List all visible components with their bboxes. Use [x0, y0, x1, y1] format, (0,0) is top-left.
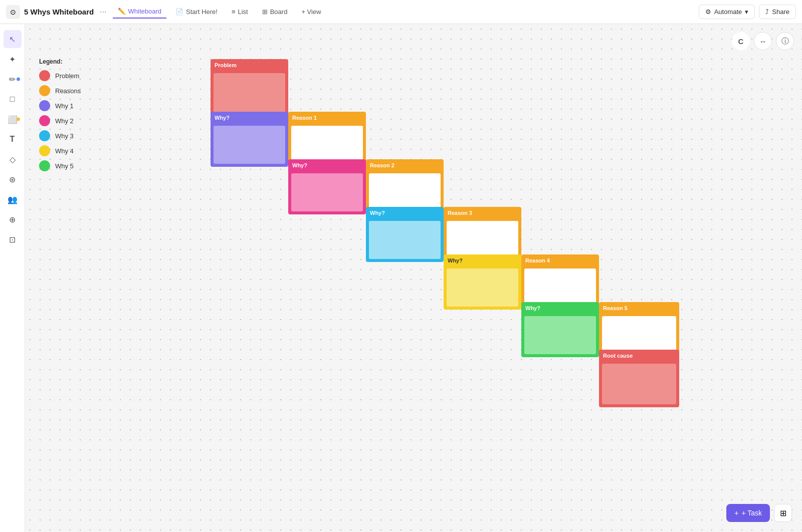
user-avatar: C [732, 32, 750, 50]
node-problem[interactable]: Problem [211, 59, 288, 119]
app-title: 5 Whys Whiteboard [24, 8, 94, 16]
legend-item-why1: Why 1 [39, 100, 81, 111]
legend-dot-problem [39, 70, 50, 81]
tool-ai[interactable]: ✦ [4, 50, 22, 68]
node-why3-label: Why? [366, 207, 444, 218]
node-why5-inner [524, 316, 596, 354]
tool-people[interactable]: 👥 [4, 190, 22, 208]
node-rootcause[interactable]: Root cause [599, 350, 679, 407]
legend: Legend: Problem Reasons Why 1 Why 2 Why … [33, 54, 87, 179]
legend-item-why3: Why 3 [39, 130, 81, 141]
node-reason1-inner [291, 126, 363, 164]
node-problem-label: Problem [211, 59, 288, 70]
topright-controls: C ↔ ⓘ [732, 32, 794, 50]
node-reason4-label: Reason 4 [521, 254, 599, 265]
share-button[interactable]: ⤴ Share [759, 5, 796, 19]
task-plus-icon: + [734, 509, 738, 517]
start-here-icon: 📄 [175, 8, 183, 16]
tool-eraser[interactable]: ◇ [4, 150, 22, 168]
grid-button[interactable]: ⊞ [774, 504, 792, 522]
tool-sticky[interactable]: ⬜ [4, 110, 22, 128]
node-reason4-inner [524, 269, 596, 307]
legend-item-why5: Why 5 [39, 160, 81, 171]
node-reason1[interactable]: Reason 1 [288, 112, 366, 167]
tool-select[interactable]: ↖ [4, 30, 22, 48]
topbar: ⊙ 5 Whys Whiteboard ··· ✏️ Whiteboard 📄 … [0, 0, 802, 24]
tool-text[interactable]: T [4, 130, 22, 148]
tool-image[interactable]: ⊡ [4, 230, 22, 248]
legend-item-problem: Problem [39, 70, 81, 81]
tab-list[interactable]: ≡ List [227, 6, 253, 18]
node-rootcause-label: Root cause [599, 350, 679, 361]
legend-dot-reasons [39, 85, 50, 96]
legend-dot-why2 [39, 115, 50, 126]
node-reason2[interactable]: Reason 2 [366, 159, 444, 214]
legend-dot-why1 [39, 100, 50, 111]
node-reason2-label: Reason 2 [366, 159, 444, 170]
node-reason5-inner [602, 316, 676, 354]
automate-button[interactable]: ⚙ Automate ▾ [699, 5, 755, 19]
legend-dot-why5 [39, 160, 50, 171]
node-why2-inner [291, 173, 363, 211]
tool-shapes[interactable]: □ [4, 90, 22, 108]
canvas[interactable]: C ↔ ⓘ Legend: Problem Reasons Why 1 Why … [25, 24, 802, 532]
info-button[interactable]: ⓘ [776, 32, 794, 50]
tab-board[interactable]: ⊞ Board [257, 6, 293, 18]
node-reason5-label: Reason 5 [599, 302, 679, 313]
legend-item-why4: Why 4 [39, 145, 81, 156]
share-icon: ⤴ [765, 8, 769, 16]
node-why1-label: Why? [211, 112, 288, 123]
bottomright-controls: + + Task ⊞ [726, 504, 792, 522]
tab-start-here[interactable]: 📄 Start Here! [170, 6, 223, 18]
node-why4-inner [447, 269, 518, 307]
node-why5-label: Why? [521, 302, 599, 313]
legend-item-why2: Why 2 [39, 115, 81, 126]
node-why5[interactable]: Why? [521, 302, 599, 357]
legend-dot-why4 [39, 145, 50, 156]
node-why3[interactable]: Why? [366, 207, 444, 262]
tool-globe[interactable]: ⊕ [4, 210, 22, 228]
legend-title: Legend: [39, 58, 81, 65]
main-area: ↖ ✦ ✏ □ ⬜ T ◇ ⊛ 👥 ⊕ ⊡ C ↔ ⓘ Legend: [0, 24, 802, 532]
tool-connect[interactable]: ⊛ [4, 170, 22, 188]
node-reason4[interactable]: Reason 4 [521, 254, 599, 310]
task-button[interactable]: + + Task [726, 504, 770, 522]
node-why2-label: Why? [288, 159, 366, 170]
node-reason1-label: Reason 1 [288, 112, 366, 123]
node-rootcause-inner [602, 364, 676, 404]
sticky-dot [17, 118, 20, 121]
legend-item-reasons: Reasons [39, 85, 81, 96]
list-icon: ≡ [232, 8, 236, 16]
node-reason2-inner [369, 173, 441, 211]
node-why4[interactable]: Why? [444, 254, 521, 310]
node-reason3-label: Reason 3 [444, 207, 521, 218]
node-why4-label: Why? [444, 254, 521, 265]
node-problem-inner [214, 73, 285, 116]
app-logo: ⊙ [6, 5, 20, 19]
chevron-down-icon: ▾ [745, 8, 748, 16]
tool-pen[interactable]: ✏ [4, 70, 22, 88]
whiteboard-icon: ✏️ [118, 8, 126, 15]
tab-whiteboard[interactable]: ✏️ Whiteboard [113, 5, 166, 19]
automate-icon: ⚙ [705, 8, 711, 16]
legend-dot-why3 [39, 130, 50, 141]
board-icon: ⊞ [262, 8, 268, 16]
fit-button[interactable]: ↔ [754, 32, 772, 50]
node-reason3[interactable]: Reason 3 [444, 207, 521, 262]
node-reason3-inner [447, 221, 518, 259]
left-toolbar: ↖ ✦ ✏ □ ⬜ T ◇ ⊛ 👥 ⊕ ⊡ [0, 24, 25, 532]
node-reason5[interactable]: Reason 5 [599, 302, 679, 357]
topbar-dots[interactable]: ··· [100, 8, 106, 17]
node-why2[interactable]: Why? [288, 159, 366, 214]
node-why1-inner [214, 126, 285, 164]
topbar-right: ⚙ Automate ▾ ⤴ Share [699, 5, 796, 19]
tab-view[interactable]: + View [296, 6, 326, 18]
node-why1[interactable]: Why? [211, 112, 288, 167]
node-why3-inner [369, 221, 441, 259]
pen-dot [17, 78, 20, 81]
